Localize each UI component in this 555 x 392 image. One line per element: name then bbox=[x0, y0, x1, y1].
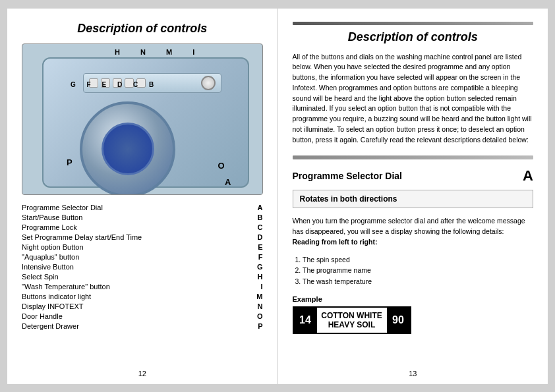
list-item-2: 2. The programme name bbox=[295, 265, 534, 276]
control-letter-e: E bbox=[250, 243, 263, 251]
controls-list: Programme Selector Dial A Start/Pause Bu… bbox=[22, 203, 263, 331]
control-name-g: Intensive Button bbox=[22, 263, 250, 271]
control-name-b: Start/Pause Button bbox=[22, 213, 250, 221]
example-num-left: 14 bbox=[294, 308, 317, 333]
control-item-b: Start/Pause Button B bbox=[22, 213, 263, 223]
top-divider bbox=[293, 22, 534, 25]
section-title: Programme Selector Dial bbox=[293, 171, 403, 181]
section-header: Programme Selector Dial A bbox=[293, 167, 534, 184]
control-item-m: Buttons indicator light M bbox=[22, 292, 263, 302]
control-name-a: Programme Selector Dial bbox=[22, 204, 250, 211]
control-letter-g: G bbox=[250, 263, 263, 271]
section-divider bbox=[293, 155, 534, 159]
list-item-3: 3. The wash temperature bbox=[295, 276, 534, 287]
top-labels: H N M I bbox=[115, 48, 204, 56]
example-text-middle: COTTON WHITE HEAVY SOIL bbox=[317, 311, 387, 330]
control-name-h: Select Spin bbox=[22, 273, 250, 281]
list-item-1: 1. The spin speed bbox=[295, 254, 534, 266]
label-o: O bbox=[218, 161, 224, 171]
body-text-line2: Reading from left to right: bbox=[293, 238, 378, 246]
control-item-e: Night option Button E bbox=[22, 242, 263, 252]
example-num-right: 90 bbox=[387, 308, 410, 333]
control-letter-c: C bbox=[250, 223, 263, 231]
washing-machine-diagram: P O A H N M I G F E D C B bbox=[22, 43, 263, 195]
control-letter-p: P bbox=[250, 322, 263, 330]
label-p: P bbox=[67, 157, 73, 167]
control-name-c: Programme Lock bbox=[22, 223, 250, 231]
example-line1: COTTON WHITE bbox=[321, 311, 382, 320]
drum bbox=[80, 101, 175, 195]
control-letter-n: N bbox=[250, 302, 263, 310]
feature-box: Rotates in both directions bbox=[293, 190, 534, 208]
control-item-p: Detergent Drawer P bbox=[22, 322, 263, 331]
control-letter-o: O bbox=[250, 312, 263, 320]
control-letter-b: B bbox=[250, 213, 263, 221]
machine-body: P O A bbox=[42, 57, 249, 188]
control-letter-m: M bbox=[250, 293, 263, 300]
control-name-i: "Wash Temperature" button bbox=[22, 283, 250, 291]
control-item-c: Programme Lock C bbox=[22, 223, 263, 233]
control-letter-i: I bbox=[250, 283, 263, 291]
drum-inner bbox=[102, 123, 154, 175]
intro-text: All of the buttons and dials on the wash… bbox=[293, 52, 534, 146]
example-line2: HEAVY SOIL bbox=[328, 320, 376, 329]
right-page-title: Description of controls bbox=[293, 30, 534, 44]
middle-labels: G F E D C B bbox=[71, 81, 158, 88]
control-letter-d: D bbox=[250, 233, 263, 241]
control-item-g: Intensive Button G bbox=[22, 262, 263, 272]
control-item-i: "Wash Temperature" button I bbox=[22, 282, 263, 292]
control-name-f: "Aquaplus" button bbox=[22, 253, 250, 261]
left-page-number: 12 bbox=[138, 370, 146, 378]
example-display: 14 COTTON WHITE HEAVY SOIL 90 bbox=[293, 306, 411, 334]
example-label: Example bbox=[293, 295, 534, 303]
section-body: When you turn the programme selector dia… bbox=[293, 216, 534, 247]
control-item-d: Set Programme Delay start/End Time D bbox=[22, 233, 263, 242]
control-letter-h: H bbox=[250, 273, 263, 281]
right-page: Description of controls All of the butto… bbox=[278, 9, 548, 384]
control-name-p: Detergent Drawer bbox=[22, 322, 250, 330]
control-name-e: Night option Button bbox=[22, 243, 250, 251]
control-name-n: Display INFOTEXT bbox=[22, 302, 250, 310]
list-items: 1. The spin speed 2. The programme name … bbox=[295, 254, 534, 287]
control-name-m: Buttons indicator light bbox=[22, 293, 250, 300]
left-page-title: Description of controls bbox=[22, 22, 263, 36]
control-item-h: Select Spin H bbox=[22, 272, 263, 282]
control-name-d: Set Programme Delay start/End Time bbox=[22, 233, 250, 241]
control-item-o: Door Handle O bbox=[22, 312, 263, 322]
control-item-n: Display INFOTEXT N bbox=[22, 302, 263, 312]
control-letter-f: F bbox=[250, 253, 263, 261]
selector-dial-icon bbox=[201, 76, 216, 90]
body-text-line1: When you turn the programme selector dia… bbox=[293, 217, 525, 235]
control-item-f: "Aquaplus" button F bbox=[22, 252, 263, 262]
control-item-a: Programme Selector Dial A bbox=[22, 203, 263, 213]
control-letter-a: A bbox=[250, 204, 263, 211]
control-name-o: Door Handle bbox=[22, 312, 250, 320]
section-letter: A bbox=[523, 167, 533, 184]
right-page-number: 13 bbox=[409, 370, 417, 378]
left-page: Description of controls P O A bbox=[7, 9, 278, 384]
label-a: A bbox=[225, 177, 231, 187]
